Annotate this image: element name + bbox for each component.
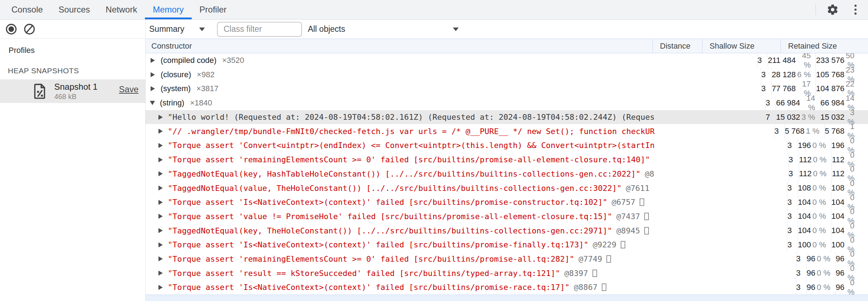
- toolbar-divider: [816, 4, 816, 15]
- constructor-cell: "Torque assert 'Is<NativeContext>(contex…: [146, 280, 796, 295]
- object-ref-icon[interactable]: [644, 227, 649, 235]
- tab-profiler[interactable]: Profiler: [192, 0, 234, 19]
- object-ref-icon[interactable]: [621, 241, 625, 248]
- expand-arrow-icon[interactable]: [151, 72, 155, 77]
- shallow-size-cell: 960 %: [806, 266, 835, 280]
- perspective-select[interactable]: Summary: [149, 24, 205, 34]
- expand-arrow-icon[interactable]: [158, 271, 163, 276]
- expand-arrow-icon[interactable]: [158, 143, 163, 148]
- class-filter-input[interactable]: [217, 22, 302, 37]
- column-header-constructor[interactable]: Constructor: [146, 39, 652, 53]
- tab-network[interactable]: Network: [98, 0, 145, 19]
- heap-row-group[interactable]: (string)×1840366 98414 %66 98414 %: [146, 96, 868, 110]
- expand-arrow-icon[interactable]: [158, 200, 163, 205]
- heap-row-string[interactable]: "TaggedNotEqual(key, HashTableHoleConsta…: [146, 167, 868, 181]
- heap-row-string[interactable]: "// .wrangler/tmp/bundle-FmNIt0/checked-…: [146, 124, 868, 138]
- expand-arrow-icon[interactable]: [158, 242, 163, 247]
- constructor-cell: "// .wrangler/tmp/bundle-FmNIt0/checked-…: [146, 124, 774, 138]
- column-header-retained-size[interactable]: Retained Size: [781, 39, 868, 53]
- objects-scope-select[interactable]: All objects: [308, 24, 459, 34]
- object-ref-icon[interactable]: [592, 270, 597, 277]
- retained-size-cell-value: 108: [831, 183, 844, 193]
- tab-sources[interactable]: Sources: [51, 0, 98, 19]
- string-value: "Torque assert 'value != PromiseHole' fa…: [168, 212, 612, 221]
- retained-size-cell-value: 105 768: [816, 70, 844, 79]
- settings-gear-icon[interactable]: [827, 4, 839, 16]
- constructor-cell: "TaggedNotEqual(value, TheHoleConstant()…: [146, 181, 787, 195]
- expand-arrow-icon[interactable]: [158, 214, 163, 219]
- kebab-menu-icon[interactable]: [852, 3, 859, 16]
- heap-grid-body: (compiled code)×35203211 48445 %233 5765…: [146, 53, 868, 295]
- expand-arrow-icon[interactable]: [158, 157, 163, 162]
- heap-row-string[interactable]: "Torque assert 'value != PromiseHole' fa…: [146, 209, 868, 224]
- heap-row-string[interactable]: "TaggedNotEqual(value, TheHoleConstant()…: [146, 181, 868, 195]
- profiles-sidebar: Profiles HEAP SNAPSHOTS Snapshot 1 468 k…: [0, 20, 146, 301]
- string-value: "Torque assert 'result == kStoreSucceded…: [168, 269, 560, 278]
- heap-row-string[interactable]: "Torque assert 'remainingElementsCount >…: [146, 252, 868, 266]
- clear-all-icon[interactable]: [24, 24, 35, 35]
- expand-arrow-icon[interactable]: [158, 285, 163, 290]
- object-id: @9229: [593, 240, 616, 249]
- constructor-cell: (closure)×982: [146, 68, 761, 82]
- retained-size-cell-value: 100: [831, 240, 844, 250]
- heap-row-string[interactable]: "Torque assert 'remainingElementsCount >…: [146, 153, 868, 167]
- heap-row-string[interactable]: "Torque assert 'Is<NativeContext>(contex…: [146, 195, 868, 209]
- column-header-shallow-size[interactable]: Shallow Size: [702, 39, 781, 53]
- distance-cell: 7: [765, 110, 776, 124]
- expand-arrow-icon[interactable]: [158, 129, 163, 134]
- distance-cell: 3: [774, 124, 784, 138]
- shallow-size-cell: 1120 %: [799, 167, 832, 181]
- shallow-size-cell-percent: 0 %: [811, 198, 831, 207]
- expand-arrow-icon[interactable]: [158, 186, 163, 191]
- shallow-size-cell-value: 5 768: [785, 127, 804, 136]
- heap-row-string[interactable]: "TaggedNotEqual(key, TheHoleConstant()) …: [146, 223, 868, 238]
- retained-size-cell-value: 5 768: [825, 127, 844, 136]
- tab-console[interactable]: Console: [4, 0, 51, 19]
- snapshot-list-item[interactable]: Snapshot 1 468 kB Save: [0, 79, 145, 103]
- distance-cell: 3: [787, 209, 797, 224]
- shallow-size-cell-percent: 1 %: [804, 127, 824, 136]
- retained-size-cell-value: 104: [831, 226, 844, 235]
- heap-row-group[interactable]: (closure)×982328 1286 %105 76823 %: [146, 68, 868, 82]
- heap-row-string[interactable]: "Torque assert 'Is<NativeContext>(contex…: [146, 238, 868, 252]
- record-icon[interactable]: [6, 24, 17, 35]
- shallow-size-cell-value: 96: [807, 268, 815, 278]
- retained-size-cell-value: 112: [832, 155, 844, 164]
- shallow-size-cell: 960 %: [806, 252, 835, 266]
- heap-row-string[interactable]: "Torque assert 'Convert<uintptr>(endInde…: [146, 138, 868, 153]
- shallow-size-cell-value: 112: [799, 155, 812, 164]
- expand-arrow-icon[interactable]: [151, 86, 155, 91]
- heap-row-group[interactable]: (compiled code)×35203211 48445 %233 5765…: [146, 53, 868, 68]
- shallow-size-cell-value: 66 984: [776, 98, 800, 108]
- column-header-distance[interactable]: Distance: [652, 39, 702, 53]
- object-ref-icon[interactable]: [644, 213, 649, 220]
- expand-arrow-icon[interactable]: [158, 256, 163, 261]
- instance-count: ×1840: [190, 98, 212, 108]
- expand-arrow-icon[interactable]: [158, 228, 163, 233]
- expand-arrow-icon[interactable]: [150, 101, 155, 105]
- retained-size-cell-value: 66 984: [821, 98, 844, 108]
- string-value: "Hello world! (Requested at: 2024-08-19T…: [168, 113, 655, 122]
- heap-row-string[interactable]: "Torque assert 'result == kStoreSucceded…: [146, 266, 868, 280]
- shallow-size-cell-value: 104: [798, 198, 811, 207]
- tab-memory[interactable]: Memory: [145, 0, 192, 19]
- object-ref-icon[interactable]: [606, 255, 611, 263]
- expand-arrow-icon[interactable]: [158, 171, 163, 176]
- object-ref-icon[interactable]: [640, 198, 644, 206]
- shallow-size-cell-percent: 6 %: [796, 70, 816, 79]
- object-ref-icon[interactable]: [602, 283, 606, 291]
- profiles-toolbar: [0, 20, 145, 39]
- expand-arrow-icon[interactable]: [151, 58, 155, 63]
- shallow-size-cell-value: 96: [807, 254, 815, 263]
- heap-row-string[interactable]: "Torque assert 'Is<NativeContext>(contex…: [146, 280, 868, 295]
- snapshot-save-link[interactable]: Save: [119, 84, 138, 94]
- instance-count: ×982: [197, 70, 215, 79]
- string-value: "// .wrangler/tmp/bundle-FmNIt0/checked-…: [168, 127, 655, 136]
- heap-row-string[interactable]: "Hello world! (Requested at: 2024-08-19T…: [146, 110, 868, 124]
- snapshot-info: Snapshot 1 468 kB: [54, 82, 97, 101]
- distance-cell: 3: [787, 223, 797, 238]
- expand-arrow-icon[interactable]: [158, 115, 163, 120]
- shallow-size-cell-value: 104: [798, 212, 811, 221]
- retained-size-cell-value: 96: [836, 283, 844, 292]
- heap-row-group[interactable]: (system)×3817377 76817 %104 87622 %: [146, 82, 868, 96]
